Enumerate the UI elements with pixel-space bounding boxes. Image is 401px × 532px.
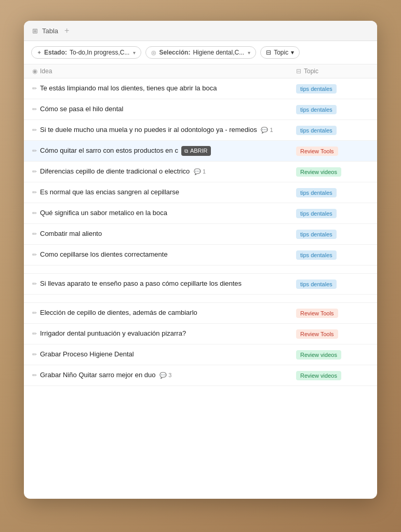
idea-column-header: ◉ Idea (32, 68, 296, 75)
topic-badge[interactable]: tips dentales (296, 126, 337, 135)
topic-badge[interactable]: Review Tools (296, 309, 338, 318)
idea-cell: ✏Te estás limpiando mal los dientes, tie… (32, 84, 296, 93)
edit-icon: ✏ (32, 105, 37, 113)
edit-icon: ✏ (32, 351, 37, 358)
row-spacer (24, 295, 377, 303)
idea-text: Cómo quitar el sarro con estos productos… (40, 146, 291, 156)
idea-text: Si te duele mucho una muela y no puedes … (40, 125, 291, 135)
topic-cell: Review videos (296, 371, 369, 380)
seleccion-icon: ◎ (151, 49, 156, 56)
estado-label: Estado: (44, 49, 67, 56)
topic-cell: tips dentales (296, 188, 369, 197)
idea-cell: ✏Grabar Niño Quitar sarro mejor en duo 💬… (32, 370, 296, 380)
topic-badge[interactable]: tips dentales (296, 280, 337, 289)
idea-text: Cómo se pasa el hilo dental (40, 104, 291, 114)
topic-cell: Review Tools (296, 309, 369, 318)
abrir-button[interactable]: ⧉ ABRIR (181, 146, 211, 156)
idea-cell: ✏Es normal que las encias sangren al cep… (32, 188, 296, 197)
topic-badge[interactable]: tips dentales (296, 250, 337, 260)
table-header: ◉ Idea ⊟ Topic (24, 64, 377, 78)
idea-cell: ✏Cómo se pasa el hilo dental (32, 104, 296, 114)
table-row[interactable]: ✏Como cepillarse los dientes correctamen… (24, 245, 377, 265)
table-row[interactable]: ✏Qué significa un sabor metalico en la b… (24, 203, 377, 224)
comment-badge: 💬 3 (159, 371, 171, 379)
idea-text: Grabar Proceso Higiene Dental (40, 350, 291, 359)
edit-icon: ✏ (32, 85, 37, 92)
topic-filter[interactable]: ⊟ Topic ▾ (260, 46, 300, 59)
seleccion-chevron: ▾ (248, 50, 250, 56)
topic-column-header: ⊟ Topic (296, 68, 369, 75)
edit-icon: ✏ (32, 371, 37, 379)
idea-cell: ✏Si te duele mucho una muela y no puedes… (32, 125, 296, 135)
topic-header-icon: ⊟ (296, 68, 301, 75)
table-row[interactable]: ✏Si llevas aparato te enseño paso a paso… (24, 274, 377, 295)
table-row[interactable]: ✏Combatir mal alientotips dentales (24, 224, 377, 245)
main-window: ⊞ Tabla + ✦ Estado: To-do,In progress,C.… (24, 21, 377, 499)
edit-icon: ✏ (32, 309, 37, 317)
topic-badge[interactable]: tips dentales (296, 105, 337, 114)
filter-bar: ✦ Estado: To-do,In progress,C... ▾ ◎ Sel… (24, 41, 377, 64)
topic-badge[interactable]: Review videos (296, 371, 341, 380)
table-row[interactable]: ✏Es normal que las encias sangren al cep… (24, 182, 377, 203)
table-row[interactable]: ✏Cómo se pasa el hilo dentaltips dentale… (24, 99, 377, 120)
edit-icon: ✏ (32, 330, 37, 338)
edit-icon: ✏ (32, 209, 37, 217)
idea-cell: ✏Diferencias cepillo de diente tradicion… (32, 167, 296, 176)
add-tab-button[interactable]: + (64, 26, 69, 35)
table-row[interactable]: ✏Grabar Niño Quitar sarro mejor en duo 💬… (24, 365, 377, 386)
row-spacer (24, 265, 377, 274)
estado-icon: ✦ (37, 49, 42, 56)
estado-filter[interactable]: ✦ Estado: To-do,In progress,C... ▾ (31, 46, 141, 59)
topic-cell: Review Tools (296, 147, 369, 156)
idea-header-label: Idea (40, 68, 52, 75)
idea-cell: ✏Qué significa un sabor metalico en la b… (32, 208, 296, 218)
table-body: ✏Te estás limpiando mal los dientes, tie… (24, 78, 377, 386)
topic-cell: tips dentales (296, 250, 369, 260)
edit-icon: ✏ (32, 230, 37, 238)
topic-filter-chevron: ▾ (291, 49, 294, 56)
idea-cell: ✏Cómo quitar el sarro con estos producto… (32, 146, 296, 156)
idea-text: Te estás limpiando mal los dientes, tien… (40, 84, 291, 93)
edit-icon: ✏ (32, 280, 37, 288)
topic-header-label: Topic (304, 68, 318, 75)
comment-badge: 💬 1 (194, 168, 206, 176)
comment-badge: 💬 1 (261, 126, 273, 134)
topic-badge[interactable]: Review videos (296, 350, 341, 360)
topic-badge[interactable]: Review videos (296, 167, 341, 177)
estado-chevron: ▾ (133, 50, 136, 56)
idea-cell: ✏Irrigador dental puntuación y evaluació… (32, 329, 296, 338)
topic-cell: Review videos (296, 167, 369, 177)
table-row[interactable]: ✏Elección de cepillo de dientes, además … (24, 303, 377, 324)
idea-text: Como cepillarse los dientes correctament… (40, 250, 291, 259)
table-row[interactable]: ✏Irrigador dental puntuación y evaluació… (24, 324, 377, 344)
topic-cell: tips dentales (296, 105, 369, 114)
table-row[interactable]: ✏Cómo quitar el sarro con estos producto… (24, 141, 377, 162)
topic-badge[interactable]: Review Tools (296, 147, 338, 156)
topic-badge[interactable]: tips dentales (296, 230, 337, 239)
seleccion-value: Higiene dental,C... (193, 49, 244, 56)
topic-badge[interactable]: Review Tools (296, 329, 338, 339)
table-row[interactable]: ✏Te estás limpiando mal los dientes, tie… (24, 78, 377, 99)
idea-cell: ✏Elección de cepillo de dientes, además … (32, 308, 296, 317)
topic-cell: Review Tools (296, 329, 369, 339)
seleccion-label: Selección: (159, 49, 190, 56)
topic-cell: tips dentales (296, 84, 369, 94)
table-row[interactable]: ✏Diferencias cepillo de diente tradicion… (24, 162, 377, 182)
abrir-icon: ⧉ (184, 148, 188, 155)
window-title: Tabla (42, 27, 58, 35)
topic-badge[interactable]: tips dentales (296, 188, 337, 197)
topic-cell: tips dentales (296, 126, 369, 135)
topic-badge[interactable]: tips dentales (296, 84, 337, 94)
seleccion-filter[interactable]: ◎ Selección: Higiene dental,C... ▾ (145, 46, 256, 59)
table-row[interactable]: ✏Si te duele mucho una muela y no puedes… (24, 120, 377, 141)
table-row[interactable]: ✏Grabar Proceso Higiene DentalReview vid… (24, 344, 377, 365)
edit-icon: ✏ (32, 147, 37, 155)
idea-text: Elección de cepillo de dientes, además d… (40, 308, 291, 317)
idea-text: Combatir mal aliento (40, 229, 291, 238)
idea-cell: ✏Como cepillarse los dientes correctamen… (32, 250, 296, 259)
topic-badge[interactable]: tips dentales (296, 209, 337, 218)
idea-text: Diferencias cepillo de diente tradiciona… (40, 167, 291, 176)
idea-cell: ✏Si llevas aparato te enseño paso a paso… (32, 279, 296, 288)
edit-icon: ✏ (32, 251, 37, 259)
edit-icon: ✏ (32, 126, 37, 134)
